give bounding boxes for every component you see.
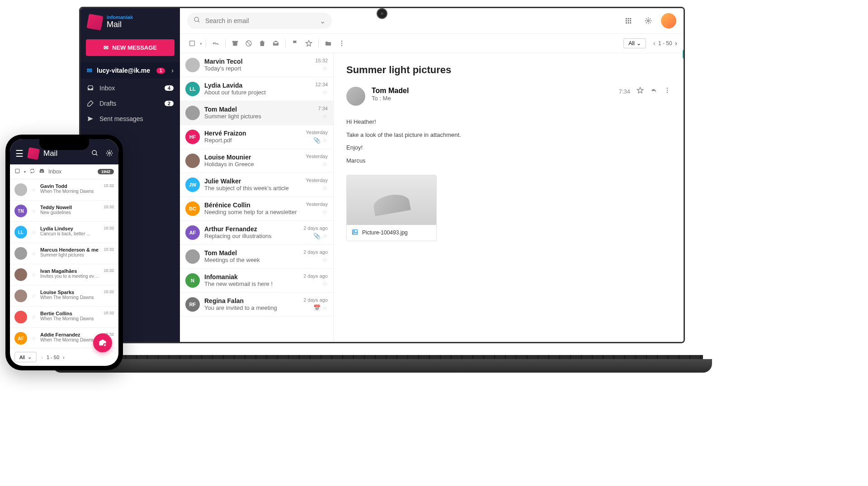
star-icon[interactable]: ☆ [322, 280, 328, 287]
message-subject: Cancun is back, better ... [40, 231, 99, 236]
delete-icon[interactable] [256, 37, 268, 49]
spam-icon[interactable] [243, 37, 255, 49]
sender-avatar: HF [185, 130, 200, 144]
message-item[interactable]: Louise MounierHolidays in Greece Yesterd… [180, 149, 333, 173]
message-item[interactable]: Tom MadelMeetings of the week 2 days ago… [180, 245, 333, 269]
star-icon[interactable]: ☆ [32, 315, 36, 320]
chevron-down-icon: ⌄ [637, 40, 641, 47]
phone-message-item[interactable]: ☆ Ivan MagalhãesInvites you to a meeting… [10, 264, 118, 285]
attachment[interactable]: Picture-100493.jpg [346, 175, 437, 241]
svg-point-18 [341, 43, 343, 44]
move-folder-icon[interactable] [322, 37, 334, 49]
phone-message-item[interactable]: TN ☆ Teddy NowellNew guidelines 15:32 [10, 201, 118, 222]
star-icon[interactable]: ☆ [32, 251, 36, 256]
message-item[interactable]: Tom MadelSummer light pictures 7:34☆ [180, 101, 333, 125]
filter-dropdown[interactable]: All ⌄ [623, 38, 646, 48]
hamburger-menu-icon[interactable]: ☰ [15, 148, 24, 159]
page-next-icon[interactable]: › [675, 39, 677, 47]
account-selector[interactable]: ✉ lucy-vitale@ik.me 1 › [80, 62, 180, 79]
star-icon[interactable] [637, 87, 644, 96]
phone-message-item[interactable]: ☆ Gavin ToddWhen The Morning Dawns 15:32 [10, 179, 118, 201]
message-item[interactable]: AF Arthur FernandezReplacing our illustr… [180, 221, 333, 245]
select-dropdown-icon[interactable]: ▾ [24, 170, 26, 174]
phone-compose-fab[interactable] [93, 333, 112, 352]
star-icon[interactable]: ☆ [322, 137, 328, 144]
star-icon[interactable]: ☆ [32, 336, 36, 341]
sender-avatar: AF [185, 225, 200, 240]
chevron-down-icon[interactable]: ⌄ [320, 17, 326, 25]
phone-message-item[interactable]: LL ☆ Lydia LindseyCancun is back, better… [10, 222, 118, 243]
brand-tag: infomaniak [107, 14, 133, 20]
search-box[interactable]: ⌄ [187, 13, 332, 29]
verified-badge-icon: ✓ [683, 50, 685, 59]
star-icon[interactable] [303, 37, 315, 49]
apps-grid-icon[interactable] [621, 14, 636, 28]
search-input[interactable] [205, 17, 315, 24]
sender-avatar [185, 249, 200, 264]
star-icon[interactable]: ☆ [322, 161, 328, 168]
message-item[interactable]: JW Julie WalkerThe subject of this week'… [180, 173, 333, 197]
select-checkbox[interactable] [186, 37, 198, 49]
star-icon[interactable]: ☆ [322, 185, 328, 192]
message-item[interactable]: BC Bérénice CollinNeeding some help for … [180, 197, 333, 221]
message-subject: Report.pdf [204, 137, 301, 144]
phone-message-item[interactable]: ☆ Bertie CollinsWhen The Morning Dawns 1… [10, 307, 118, 328]
settings-gear-icon[interactable] [106, 150, 113, 158]
star-icon[interactable]: ☆ [32, 209, 36, 214]
star-icon[interactable]: ☆ [322, 65, 328, 72]
reply-icon[interactable] [650, 87, 657, 96]
sender-avatar: TN [14, 205, 27, 217]
more-icon[interactable] [664, 87, 671, 96]
select-dropdown-icon[interactable]: ▾ [200, 41, 202, 46]
star-icon[interactable]: ☆ [322, 113, 328, 120]
star-icon[interactable]: ☆ [322, 209, 328, 215]
message-from: Arthur Fernandez [204, 225, 299, 233]
sender-avatar: LL [185, 82, 200, 96]
page-prev-icon[interactable]: ‹ [653, 39, 656, 47]
star-icon[interactable]: ☆ [32, 272, 36, 277]
folder-sent-messages[interactable]: Sent messages [80, 111, 180, 126]
refresh-icon[interactable] [29, 168, 35, 175]
sender-avatar: JW [185, 178, 200, 192]
phone-message-item[interactable]: ☆ Marcus Henderson & meSummer light pict… [10, 243, 118, 264]
flag-icon[interactable] [289, 37, 301, 49]
star-icon[interactable]: ☆ [322, 233, 328, 239]
reply-all-icon[interactable] [210, 37, 222, 49]
star-icon[interactable]: ☆ [322, 257, 328, 263]
message-time: 15:32 [104, 205, 114, 209]
mark-read-icon[interactable] [270, 37, 282, 49]
message-time: Yesterday [306, 178, 328, 183]
attachment-filename: Picture-100493.jpg [362, 229, 408, 236]
message-item[interactable]: N InfomaniakThe new webmail is here ! 2 … [180, 269, 333, 293]
page-next-icon[interactable]: › [63, 355, 65, 360]
star-icon[interactable]: ☆ [32, 230, 36, 235]
folder-inbox[interactable]: Inbox4 [80, 80, 180, 96]
new-message-button[interactable]: ✉ NEW MESSAGE [86, 39, 175, 56]
message-time: 15:32 [104, 183, 114, 188]
search-icon[interactable] [91, 150, 99, 158]
archive-icon[interactable] [229, 37, 241, 49]
attachment-preview [347, 175, 436, 225]
star-icon[interactable]: ☆ [32, 187, 36, 192]
message-item[interactable]: Marvin TecolToday's report 15:32☆ [180, 53, 333, 77]
folder-label: Sent messages [99, 115, 143, 122]
star-icon[interactable]: ☆ [32, 294, 36, 299]
svg-point-11 [647, 20, 649, 22]
message-item[interactable]: RF Regina FalanYou are invited to a meet… [180, 293, 333, 317]
page-prev-icon[interactable]: ‹ [41, 355, 43, 360]
more-icon[interactable] [336, 37, 348, 49]
star-icon[interactable]: ☆ [322, 89, 328, 96]
message-subject: Holidays in Greece [204, 161, 301, 168]
message-subject: Summer light pictures [204, 113, 314, 120]
sender-avatar [14, 311, 27, 323]
user-avatar[interactable] [661, 13, 676, 28]
message-item[interactable]: LL Lydia LavidaAbout our future project … [180, 77, 333, 101]
svg-rect-8 [626, 22, 627, 23]
star-icon[interactable]: ☆ [322, 304, 328, 311]
settings-gear-icon[interactable] [641, 14, 656, 28]
folder-drafts[interactable]: Drafts2 [80, 96, 180, 111]
message-item[interactable]: HF Hervé FraizonReport.pdf Yesterday📎☆ [180, 125, 333, 149]
phone-filter-dropdown[interactable]: All ⌄ [14, 352, 37, 362]
phone-message-item[interactable]: ☆ Louise SparksWhen The Morning Dawns 15… [10, 285, 118, 307]
select-checkbox[interactable] [14, 168, 20, 175]
